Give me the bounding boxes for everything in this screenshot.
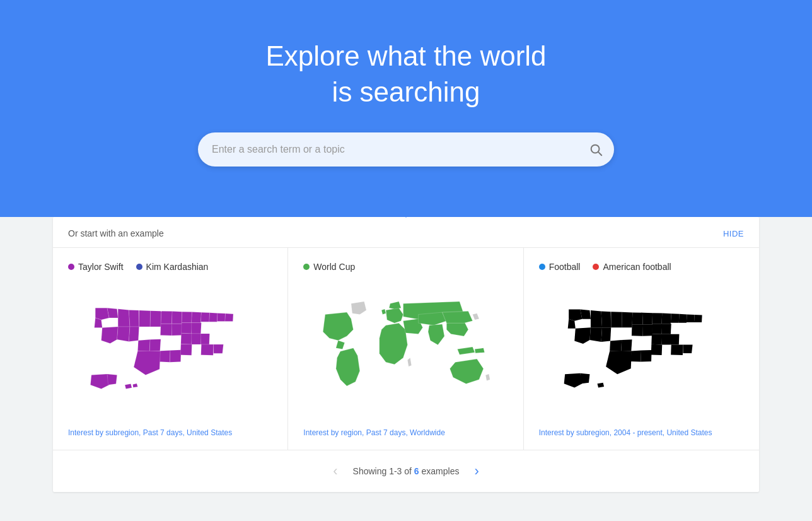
search-button[interactable] (589, 143, 603, 156)
world-map-green (308, 297, 503, 406)
us-map-purple (76, 292, 265, 411)
topic-label-football: Football (549, 262, 581, 272)
card-topics: Taylor Swift Kim Kardashian (68, 262, 272, 272)
topic-dot-purple (68, 264, 74, 270)
hero-title: Explore what the world is searching (265, 38, 546, 110)
card-world-cup[interactable]: World Cup (288, 248, 523, 450)
card-football[interactable]: Football American football (524, 248, 759, 450)
topic-label-taylor: Taylor Swift (78, 262, 124, 272)
topic-label-american-football: American football (603, 262, 671, 272)
topic-kim-kardashian: Kim Kardashian (136, 262, 209, 272)
examples-header-text: Or start with an example (68, 228, 164, 238)
topic-label-worldcup: World Cup (313, 262, 355, 272)
us-map-area-1 (68, 282, 272, 421)
card-footer-1: Interest by subregion, Past 7 days, Unit… (68, 428, 272, 437)
topic-dot-red (593, 264, 599, 270)
topic-taylor-swift: Taylor Swift (68, 262, 124, 272)
chevron-left-icon: ‹ (333, 464, 337, 478)
card-footer-3: Interest by subregion, 2004 - present, U… (539, 428, 744, 437)
card-topics-3: Football American football (539, 262, 744, 272)
topic-dot-indigo (136, 264, 142, 270)
examples-header: Or start with an example HIDE (53, 217, 759, 248)
search-icon (589, 143, 603, 156)
topic-world-cup: World Cup (303, 262, 355, 272)
examples-total: 6 (414, 466, 419, 476)
cards-grid: Taylor Swift Kim Kardashian (53, 248, 759, 450)
world-map-area (303, 282, 508, 421)
next-page-button[interactable]: › (469, 462, 484, 481)
topic-dot-green (303, 264, 310, 270)
search-wrapper (198, 132, 614, 167)
pagination-text: Showing 1-3 of 6 examples (353, 466, 460, 476)
card-topics-2: World Cup (303, 262, 508, 272)
bottom-area (0, 492, 812, 521)
topic-label-kim: Kim Kardashian (146, 262, 209, 272)
examples-panel: Or start with an example HIDE Taylor Swi… (53, 217, 759, 492)
pagination: ‹ Showing 1-3 of 6 examples › (53, 450, 759, 492)
card-footer-2: Interest by region, Past 7 days, Worldwi… (303, 428, 508, 437)
topic-american-football: American football (593, 262, 671, 272)
hide-button[interactable]: HIDE (723, 229, 744, 238)
hero-section: Explore what the world is searching (0, 0, 812, 217)
search-input[interactable] (198, 132, 614, 167)
chevron-right-icon: › (474, 464, 478, 478)
prev-page-button[interactable]: ‹ (328, 462, 342, 481)
svg-line-1 (598, 153, 601, 156)
card-taylor-kim[interactable]: Taylor Swift Kim Kardashian (53, 248, 288, 450)
topic-dot-blue (539, 264, 545, 270)
us-map-area-3 (539, 282, 744, 421)
us-map-mixed (550, 294, 733, 409)
topic-football: Football (539, 262, 581, 272)
